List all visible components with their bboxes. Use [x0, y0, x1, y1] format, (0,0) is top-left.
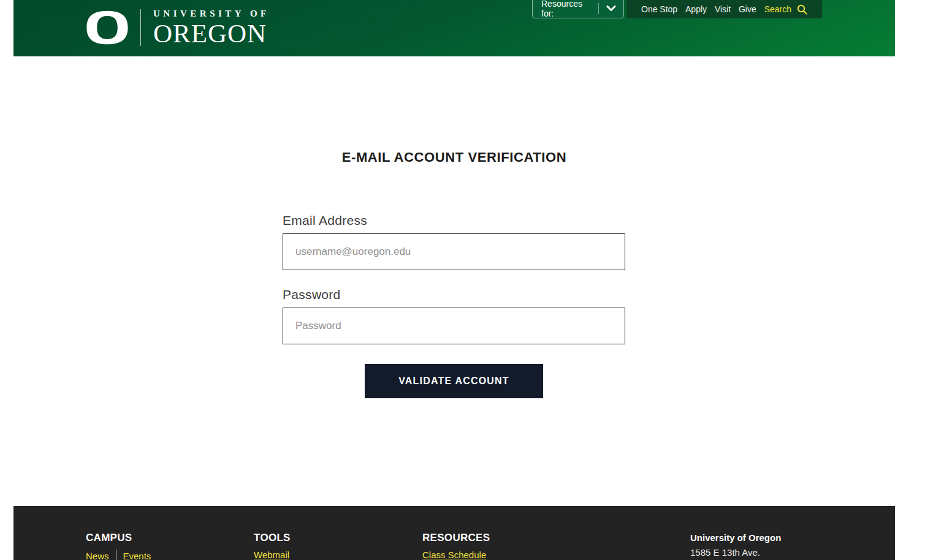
uo-o-logo-icon [86, 10, 129, 45]
logo-university-of: UNIVERSITY OF [153, 9, 270, 19]
page-title: E-MAIL ACCOUNT VERIFICATION [13, 149, 895, 165]
footer-heading-tools: TOOLS [254, 532, 291, 544]
email-label: Email Address [283, 213, 367, 228]
nav-link-one-stop[interactable]: One Stop [641, 4, 677, 14]
search-icon[interactable] [797, 4, 807, 15]
footer-org-name: University of Oregon [690, 532, 781, 543]
footer-link-divider [116, 550, 116, 560]
search-button[interactable]: Search [764, 4, 807, 15]
resources-for-dropdown[interactable]: Resources for: [532, 0, 624, 18]
nav-link-visit[interactable]: Visit [715, 4, 731, 14]
footer-org-address: 1585 E 13th Ave. [690, 547, 760, 558]
footer-link-news[interactable]: News [86, 551, 109, 560]
validate-account-button[interactable]: VALIDATE ACCOUNT [365, 364, 543, 398]
dropdown-divider [598, 3, 599, 14]
chevron-down-icon [606, 6, 616, 12]
search-label[interactable]: Search [764, 4, 791, 14]
email-field[interactable] [283, 233, 625, 270]
footer-tools-links: Webmail [254, 550, 289, 560]
footer-campus-links: News Events [86, 550, 151, 560]
footer-link-webmail[interactable]: Webmail [254, 550, 289, 560]
password-field[interactable] [283, 308, 625, 344]
logo-wordmark: UNIVERSITY OF OREGON [153, 9, 270, 47]
site-footer: CAMPUS News Events TOOLS Webmail RESOURC… [13, 506, 895, 560]
footer-resources-links: Class Schedule [422, 550, 486, 560]
logo-oregon: OREGON [153, 20, 270, 47]
password-label: Password [283, 287, 341, 302]
logo-divider [140, 9, 141, 46]
footer-heading-campus: CAMPUS [86, 532, 132, 544]
nav-link-give[interactable]: Give [739, 4, 756, 14]
footer-heading-resources: RESOURCES [422, 532, 490, 544]
nav-link-apply[interactable]: Apply [685, 4, 707, 14]
resources-for-label: Resources for: [541, 0, 591, 18]
utility-nav: One Stop Apply Visit Give Search [626, 0, 822, 18]
footer-link-events[interactable]: Events [123, 551, 151, 560]
footer-link-class-schedule[interactable]: Class Schedule [422, 550, 486, 560]
site-header: UNIVERSITY OF OREGON Resources for: One … [13, 0, 895, 56]
page: UNIVERSITY OF OREGON Resources for: One … [13, 0, 895, 560]
uo-logo[interactable]: UNIVERSITY OF OREGON [86, 9, 270, 47]
